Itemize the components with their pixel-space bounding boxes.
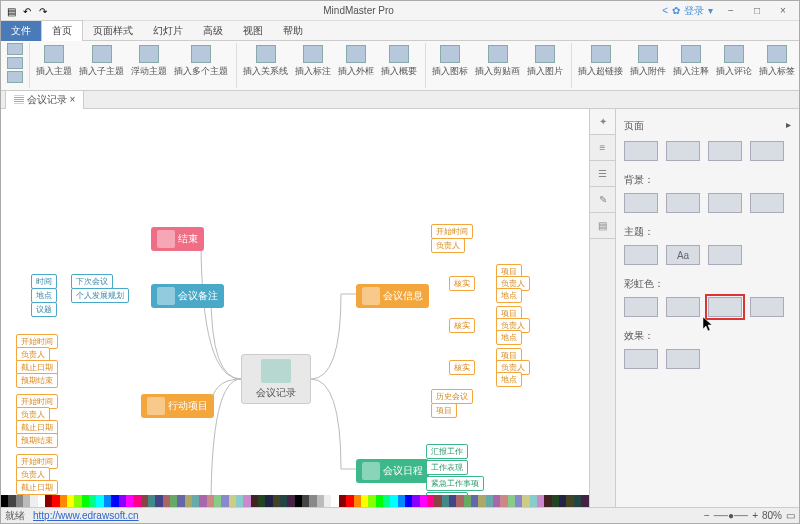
theme-font[interactable]: Aa <box>666 245 700 265</box>
copy-icon[interactable] <box>7 71 23 83</box>
effect-opt[interactable] <box>666 349 700 369</box>
menubar: 文件 首页 页面样式 幻灯片 高级 视图 帮助 <box>1 21 799 41</box>
subnode[interactable]: 负责人 <box>431 238 465 253</box>
login-link[interactable]: 登录 <box>684 4 704 18</box>
subnode[interactable]: 议题 <box>31 302 57 317</box>
zoom-level: 80% <box>762 510 782 521</box>
tab-pagestyle[interactable]: 页面样式 <box>83 21 143 41</box>
ribbon-插入超链接[interactable]: 插入超链接 <box>576 43 625 80</box>
layout-opt[interactable] <box>750 141 784 161</box>
zoom-in-icon[interactable]: + <box>752 510 758 521</box>
theme-opt[interactable] <box>624 245 658 265</box>
bg-opt[interactable] <box>666 193 700 213</box>
document-tab[interactable]: ▤ 会议记录 × <box>5 90 84 109</box>
subnode[interactable]: 核实 <box>449 318 475 333</box>
layout-opt[interactable] <box>624 141 658 161</box>
subnode[interactable]: 地点 <box>496 288 522 303</box>
tab-home[interactable]: 首页 <box>41 20 83 41</box>
rainbow-opt-selected[interactable] <box>708 297 742 317</box>
ribbon-插入剪贴画[interactable]: 插入剪贴画 <box>473 43 522 80</box>
subnode[interactable]: 预期结束 <box>16 433 58 448</box>
ribbon-插入标签[interactable]: 插入标签 <box>757 43 797 80</box>
subnode[interactable]: 核实 <box>449 276 475 291</box>
node-agenda[interactable]: 会议日程 <box>356 459 429 483</box>
zoom-out-icon[interactable]: − <box>704 510 710 521</box>
node-notes[interactable]: 会议备注 <box>151 284 224 308</box>
sidetab-style-icon[interactable]: ✦ <box>590 109 615 135</box>
close-icon[interactable]: × <box>771 5 795 16</box>
settings-icon[interactable]: ✿ <box>672 5 680 16</box>
status-url[interactable]: http://www.edrawsoft.cn <box>33 510 139 521</box>
app-title: MindMaster Pro <box>55 5 662 16</box>
sidetab-icons-icon[interactable]: ☰ <box>590 161 615 187</box>
ribbon-插入关系线[interactable]: 插入关系线 <box>241 43 290 80</box>
subnode[interactable]: 工作表现 <box>426 460 468 475</box>
canvas[interactable]: 会议记录 结束 会议备注 行动项目 通过决议 会议信息 会议日程 时间地点议题下… <box>1 109 589 507</box>
subnode[interactable]: 个人发展规划 <box>71 288 129 303</box>
tab-advanced[interactable]: 高级 <box>193 21 233 41</box>
menu-file[interactable]: 文件 <box>1 21 41 41</box>
subnode[interactable]: 地点 <box>496 372 522 387</box>
tab-view[interactable]: 视图 <box>233 21 273 41</box>
side-header: 页面 <box>624 119 644 133</box>
ribbon-插入注释[interactable]: 插入注释 <box>671 43 711 80</box>
rainbow-opt[interactable] <box>750 297 784 317</box>
rainbow-opt[interactable] <box>624 297 658 317</box>
maximize-icon[interactable]: □ <box>745 5 769 16</box>
sidetab-list-icon[interactable]: ≡ <box>590 135 615 161</box>
ribbon-浮动主题[interactable]: 浮动主题 <box>129 43 169 80</box>
redo-icon[interactable]: ↷ <box>39 6 49 16</box>
ribbon-插入多个主题[interactable]: 插入多个主题 <box>172 43 230 80</box>
cut-icon[interactable] <box>7 57 23 69</box>
meeting-icon <box>261 359 291 383</box>
ribbon-插入图片[interactable]: 插入图片 <box>525 43 565 80</box>
subnode[interactable]: 紧急工作事项 <box>426 476 484 491</box>
subnode[interactable]: 历史会议 <box>431 389 473 404</box>
ribbon-插入概要[interactable]: 插入概要 <box>379 43 419 80</box>
subnode[interactable]: 下次会议 <box>71 274 113 289</box>
effect-opt[interactable] <box>624 349 658 369</box>
fit-icon[interactable]: ▭ <box>786 510 795 521</box>
layout-opt[interactable] <box>666 141 700 161</box>
color-palette[interactable] <box>1 495 589 507</box>
bg-opt[interactable] <box>708 193 742 213</box>
ribbon-插入子主题[interactable]: 插入子主题 <box>77 43 126 80</box>
subnode[interactable]: 截止日期 <box>16 480 58 495</box>
ribbon-插入附件[interactable]: 插入附件 <box>628 43 668 80</box>
ribbon-插入主题[interactable]: 插入主题 <box>34 43 74 80</box>
bg-opt[interactable] <box>624 193 658 213</box>
theme-opt[interactable] <box>708 245 742 265</box>
subnode[interactable]: 地点 <box>496 330 522 345</box>
subnode[interactable]: 项目 <box>431 403 457 418</box>
sidetab-clipart-icon[interactable]: ✎ <box>590 187 615 213</box>
layout-opt[interactable] <box>708 141 742 161</box>
undo-icon[interactable]: ↶ <box>23 6 33 16</box>
paste-icon[interactable] <box>7 43 23 55</box>
ribbon-插入评论[interactable]: 插入评论 <box>714 43 754 80</box>
subnode[interactable]: 时间 <box>31 274 57 289</box>
ribbon-插入外框[interactable]: 插入外框 <box>336 43 376 80</box>
node-actions[interactable]: 行动项目 <box>141 394 214 418</box>
bg-opt[interactable] <box>750 193 784 213</box>
subnode[interactable]: 地点 <box>31 288 57 303</box>
subnode[interactable]: 预期结束 <box>16 373 58 388</box>
tab-help[interactable]: 帮助 <box>273 21 313 41</box>
ribbon-插入图标[interactable]: 插入图标 <box>430 43 470 80</box>
side-collapse-icon[interactable]: ▸ <box>786 119 791 133</box>
status-ready: 就绪 <box>5 509 25 523</box>
node-info[interactable]: 会议信息 <box>356 284 429 308</box>
share-icon[interactable]: < <box>662 5 668 16</box>
tab-slides[interactable]: 幻灯片 <box>143 21 193 41</box>
node-end[interactable]: 结束 <box>151 227 204 251</box>
sys-icon: ▤ <box>7 6 17 16</box>
sidetab-outline-icon[interactable]: ▤ <box>590 213 615 239</box>
node-center[interactable]: 会议记录 <box>241 354 311 404</box>
side-panel: ✦ ≡ ☰ ✎ ▤ 页面▸ 背景： 主题： Aa 彩虹色： 效果： <box>589 109 799 507</box>
subnode[interactable]: 核实 <box>449 360 475 375</box>
ribbon-插入标注[interactable]: 插入标注 <box>293 43 333 80</box>
subnode[interactable]: 汇报工作 <box>426 444 468 459</box>
ribbon: 插入主题插入子主题浮动主题插入多个主题 插入关系线插入标注插入外框插入概要 插入… <box>1 41 799 91</box>
rainbow-opt[interactable] <box>666 297 700 317</box>
subnode[interactable]: 开始时间 <box>431 224 473 239</box>
minimize-icon[interactable]: − <box>719 5 743 16</box>
